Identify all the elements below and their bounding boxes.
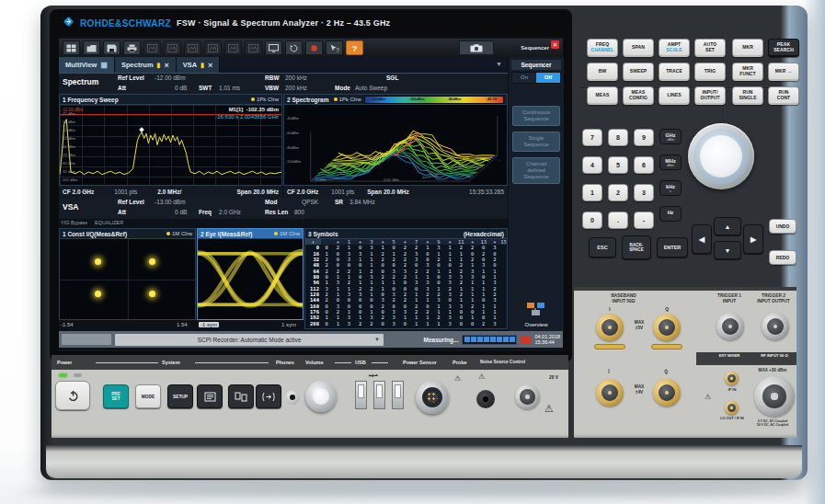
freq-value[interactable]: 2.0 GHz <box>219 209 241 215</box>
constellation-header[interactable]: 1 Const I/Q(Meas&Ref) 1M Clrw <box>60 229 195 239</box>
input-output-key[interactable]: INPUT/OUTPUT <box>694 86 726 105</box>
preset-key[interactable]: PRE SET <box>103 384 129 408</box>
digit-key-8[interactable]: 8 <box>608 129 628 146</box>
sequencer-on-option[interactable]: On <box>512 73 536 83</box>
peak-search-key[interactable]: PEAKSEARCH <box>768 39 799 57</box>
sequencer-toggle[interactable]: On Off <box>511 72 561 84</box>
ref-level-value[interactable]: -13.00 dBm <box>155 199 186 205</box>
att-value[interactable]: 0 dB <box>175 209 187 215</box>
arrow-right-key[interactable]: ▶ <box>743 224 763 254</box>
open-file-icon[interactable] <box>83 40 100 55</box>
arrow-up-key[interactable]: ▲ <box>714 217 741 235</box>
meas-key[interactable]: MEAS <box>587 86 618 105</box>
sweep-key[interactable]: SWEEP <box>623 63 654 81</box>
freq-channel-key[interactable]: FREQCHANNEL <box>587 39 618 57</box>
touchscreen-key[interactable] <box>256 384 281 408</box>
trace-key[interactable]: TRACE <box>659 63 690 81</box>
save-recall-key[interactable] <box>197 384 223 408</box>
close-tab-icon[interactable]: × <box>208 61 212 70</box>
unit-key-ghz[interactable]: GHz-dBm <box>659 129 682 144</box>
digit-key-7[interactable]: 7 <box>582 129 602 146</box>
spectrogram-header[interactable]: 2 Spectrogram 1Pk Clrw -120dBm-100dBm-80… <box>284 95 507 105</box>
tab-spectrum[interactable]: Spectrum▮× <box>115 57 177 73</box>
symbols-header[interactable]: 3 Symbols (Hexadecimal) <box>305 229 507 239</box>
ampt-scale-key[interactable]: AMPTSCALE <box>659 39 690 57</box>
sequencer-off-option[interactable]: Off <box>536 73 560 83</box>
esc-key[interactable]: ESC <box>589 237 616 258</box>
softkey-single[interactable]: SingleSequence <box>512 132 560 152</box>
run-cont-key[interactable]: RUNCONT <box>768 86 799 105</box>
eye-header[interactable]: 2 Eye I(Meas&Ref) 1M Clrw <box>198 229 303 239</box>
digit-key-2[interactable]: 2 <box>608 184 628 201</box>
print-icon[interactable] <box>123 40 141 55</box>
auto-set-key[interactable]: AUTOSET <box>694 39 726 57</box>
bw-key[interactable]: BW <box>587 63 618 81</box>
mode-key[interactable]: MODE <box>135 384 161 408</box>
backspace-key[interactable]: BACK- SPACE <box>622 235 651 259</box>
tab-vsa[interactable]: VSA▮× <box>177 57 221 73</box>
unit-key-mhz[interactable]: MHzdBm <box>659 155 682 170</box>
y-axis-label: -52 dBm <box>62 136 75 141</box>
overview-button[interactable]: Overview <box>516 302 556 327</box>
span-key[interactable]: SPAN <box>623 39 654 57</box>
mkr-key[interactable]: MKR → <box>768 63 799 81</box>
mode-value[interactable]: Auto Sweep <box>355 85 387 91</box>
mkr-funct-key[interactable]: MKRFUNCT <box>732 63 763 81</box>
screenshot-camera-button[interactable] <box>459 40 494 55</box>
swt-value[interactable]: 1.01 ms <box>219 85 240 91</box>
display-setup-icon[interactable] <box>265 40 282 55</box>
mkr-key[interactable]: MKR <box>732 39 763 57</box>
setup-key[interactable]: SETUP <box>167 384 193 408</box>
rbw-value[interactable]: 200 kHz <box>285 74 307 81</box>
help-icon[interactable]: ? <box>346 40 363 55</box>
redo-key[interactable]: REDO <box>769 250 796 265</box>
window-layout-icon[interactable] <box>63 40 80 55</box>
lines-key[interactable]: LINES <box>659 86 690 105</box>
power-button[interactable] <box>55 381 90 410</box>
arrow-left-key[interactable]: ◀ <box>692 224 712 254</box>
frequency-sweep-header[interactable]: 1 Frequency Sweep 1Pk Clrw <box>60 95 281 105</box>
digit-key-5[interactable]: 5 <box>608 156 628 174</box>
eye-x-min[interactable]: -1 sym <box>199 322 219 327</box>
unit-key-hz[interactable]: Hz.. <box>659 206 682 222</box>
mod-value[interactable]: QPSK <box>302 199 318 205</box>
sequencer-close-icon[interactable]: × <box>551 40 559 49</box>
meas-config-key[interactable]: MEASCONFIG <box>623 86 654 105</box>
softkey-channel[interactable]: ChanneldefinedSequence <box>512 157 560 184</box>
vbw-value[interactable]: 200 kHz <box>285 85 307 91</box>
sr-value[interactable]: 3.84 MHz <box>349 199 375 205</box>
tab-overflow-caret-icon[interactable]: ▼ <box>496 57 508 73</box>
digit-key-1[interactable]: 1 <box>582 184 602 201</box>
digit-key-6[interactable]: 6 <box>634 156 654 174</box>
volume-knob[interactable] <box>305 381 337 412</box>
rotary-knob[interactable] <box>688 123 754 189</box>
arrow-down-key[interactable]: ▼ <box>714 241 741 259</box>
ref-level-value[interactable]: -12.00 dBm <box>155 74 186 81</box>
run-single-key[interactable]: RUNSINGLE <box>732 86 763 105</box>
unit-key-khz[interactable]: kHzs <box>659 180 682 196</box>
digit-key-9[interactable]: 9 <box>634 129 654 146</box>
trig-key[interactable]: TRIG <box>694 63 726 81</box>
digit-key-minus[interactable]: - <box>634 212 654 229</box>
enter-key[interactable]: ENTER <box>657 237 688 258</box>
res-len-value[interactable]: 800 <box>294 209 304 215</box>
digit-key-dot[interactable]: . <box>608 212 628 229</box>
digit-key-0[interactable]: 0 <box>582 212 602 229</box>
message-log-icon[interactable] <box>521 336 531 344</box>
digit-key-3[interactable]: 3 <box>634 184 654 201</box>
undo-key[interactable]: UNDO <box>769 219 796 234</box>
symbols-table[interactable]: +1+3+5+7+9+11+13+15▲00210310221312203161… <box>305 239 507 328</box>
close-tab-icon[interactable]: × <box>164 61 168 70</box>
channel-indicator-icon: ▮ <box>157 62 161 69</box>
tab-multiview[interactable]: MultiView▦ <box>59 57 115 73</box>
split-display-key[interactable] <box>228 384 254 408</box>
scpi-recorder-icon[interactable] <box>305 40 323 55</box>
scpi-recorder-dropdown[interactable]: SCPI Recorder: Automatic Mode active ▼ <box>115 334 384 346</box>
softkey-continuous[interactable]: ContinuousSequence <box>512 106 560 126</box>
dropdown-caret-icon[interactable]: ▼ <box>374 337 380 342</box>
digit-key-4[interactable]: 4 <box>582 156 602 174</box>
restart-measurement-icon[interactable] <box>285 40 303 55</box>
context-help-icon[interactable]: ? <box>326 40 343 55</box>
save-icon[interactable] <box>103 40 120 55</box>
att-value[interactable]: 0 dB <box>175 85 187 91</box>
